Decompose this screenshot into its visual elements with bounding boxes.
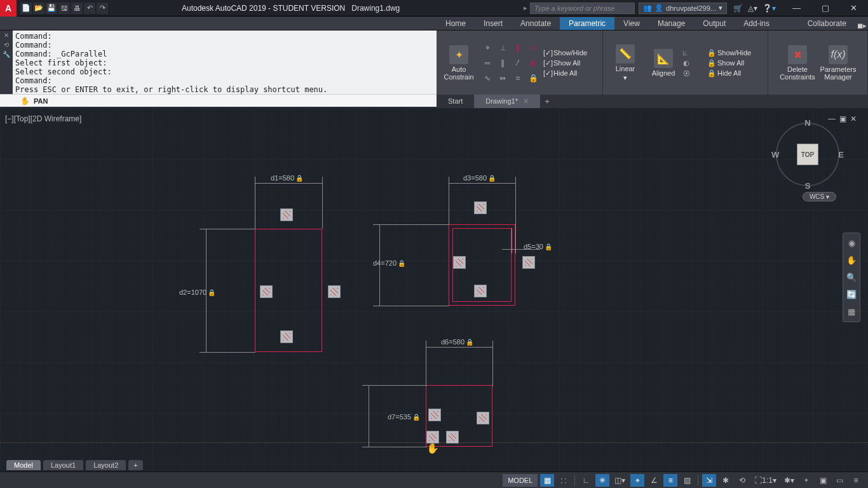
doc-tab-start[interactable]: Start (437, 95, 474, 108)
close-button[interactable]: ✕ (839, 0, 868, 17)
close-icon[interactable]: ✕ (523, 97, 529, 105)
qat-redo-icon[interactable]: ↷ (97, 3, 108, 14)
equal-icon[interactable]: = (512, 72, 524, 85)
viewcube-e[interactable]: E (838, 150, 844, 159)
geom-showhide-button[interactable]: [✓]Show/Hide (543, 49, 587, 57)
cmd-recent-icon[interactable]: ⟲ (4, 41, 9, 48)
viewcube-s[interactable]: S (805, 181, 811, 191)
customize-icon[interactable]: ≡ (849, 474, 863, 487)
fix-icon[interactable]: 🔒 (527, 72, 539, 85)
drawing-viewport[interactable]: [−][Top][2D Wireframe] — ▣ ✕ N S E W TOP… (0, 108, 868, 471)
isolate-objects-icon[interactable]: ▣ (816, 474, 830, 487)
model-tab[interactable]: Model (6, 460, 41, 470)
cmd-settings-icon[interactable]: 🔧 (3, 51, 10, 58)
constraint-marker[interactable] (474, 285, 487, 297)
dim-diameter-icon[interactable]: ⦿ (683, 70, 703, 78)
dim-d7-label[interactable]: d7=535🔒 (388, 413, 420, 421)
tab-parametric[interactable]: Parametric (560, 17, 614, 30)
constraint-marker[interactable] (280, 330, 293, 343)
annotation-monitor-icon[interactable]: + (799, 474, 813, 487)
tab-output[interactable]: Output (694, 17, 735, 30)
nav-pan-icon[interactable]: ✋ (846, 255, 857, 265)
doc-tab-drawing1[interactable]: Drawing1*✕ (474, 95, 540, 108)
selection-cycling-icon[interactable]: ⇲ (702, 474, 716, 487)
constraint-marker[interactable] (522, 256, 535, 269)
constraint-marker[interactable] (477, 412, 489, 424)
constraint-marker[interactable] (426, 431, 439, 444)
otrack-icon[interactable]: ∠ (647, 474, 661, 487)
ortho-toggle-icon[interactable]: ∟ (579, 474, 593, 487)
constraint-marker[interactable] (446, 431, 459, 444)
tab-addins[interactable]: Add-ins (735, 17, 778, 30)
qat-plot-icon[interactable]: 🖶 (71, 3, 83, 14)
geom-hideall-button[interactable]: [✓]Hide All (543, 69, 587, 77)
tab-insert[interactable]: Insert (475, 17, 512, 30)
viewport-label[interactable]: [−][Top][2D Wireframe] (5, 114, 81, 123)
parallel-icon[interactable]: ∥ (512, 41, 524, 54)
tab-view[interactable]: View (614, 17, 649, 30)
dim-d5-label[interactable]: d5=30🔒 (524, 243, 552, 250)
geom-showall-button[interactable]: [✓]Show All (543, 59, 587, 67)
clean-screen-icon[interactable]: ▭ (832, 474, 846, 487)
autoscale-icon[interactable]: ⟲ (735, 474, 749, 487)
command-input[interactable]: ✋ PAN (0, 94, 437, 107)
vp-close-icon[interactable]: ✕ (850, 114, 857, 123)
lineweight-icon[interactable]: ≡ (663, 474, 677, 487)
linear-button[interactable]: 📏 Linear▾ (607, 39, 644, 87)
polar-toggle-icon[interactable]: ✳ (595, 474, 609, 487)
annotation-visibility-icon[interactable]: ✱ (719, 474, 733, 487)
viewcube[interactable]: N S E W TOP (773, 119, 843, 189)
smooth-icon[interactable]: ∿ (481, 72, 494, 85)
nav-showmotion-icon[interactable]: ▦ (848, 307, 855, 316)
dim-d2-label[interactable]: d2=1070🔒 (179, 288, 215, 296)
viewcube-w[interactable]: W (771, 150, 779, 159)
symmetric-icon[interactable]: ⇔ (496, 72, 509, 85)
dim-d6-label[interactable]: d6=580🔒 (441, 338, 473, 346)
maximize-button[interactable]: ▢ (811, 0, 839, 17)
tab-manage[interactable]: Manage (649, 17, 694, 30)
constraint-marker[interactable] (260, 285, 273, 298)
annotation-scale[interactable]: ⛶ 1:1 ▾ (752, 474, 779, 487)
dim-angular-icon[interactable]: ⟀ (683, 49, 703, 57)
constraint-marker[interactable] (280, 208, 293, 221)
workspace-switch-icon[interactable]: ✱▾ (782, 474, 797, 487)
tab-annotate[interactable]: Annotate (512, 17, 560, 30)
constraint-marker[interactable] (328, 285, 341, 298)
search-input[interactable]: Type a keyword or phrase (530, 3, 635, 14)
nav-orbit-icon[interactable]: 🔄 (846, 290, 857, 299)
doc-tab-add[interactable]: + (540, 97, 554, 106)
dim-d1-label[interactable]: d1=580🔒 (271, 174, 303, 182)
constraint-marker[interactable] (474, 201, 487, 214)
minimize-button[interactable]: — (782, 0, 811, 17)
collinear-icon[interactable]: ∕ (512, 57, 524, 69)
layout1-tab[interactable]: Layout1 (43, 460, 83, 470)
snap-toggle-icon[interactable]: ⸬ (557, 474, 571, 487)
help-icon[interactable]: ❔▾ (763, 4, 776, 13)
delete-constraints-button[interactable]: ✖ Delete Constraints (779, 39, 816, 87)
auto-constrain-button[interactable]: ✦ Auto Constrain (440, 39, 477, 87)
vertical-icon[interactable]: ‖ (496, 57, 509, 69)
parameters-manager-button[interactable]: f(x) Parameters Manager (820, 39, 857, 87)
qat-new-icon[interactable]: 📄 (20, 3, 32, 14)
cart-icon[interactable]: 🛒 (733, 4, 743, 13)
qat-save-icon[interactable]: 💾 (46, 3, 57, 14)
isodraft-icon[interactable]: ◫▾ (612, 474, 628, 487)
tab-collaborate[interactable]: Collaborate (799, 17, 855, 30)
tangent-icon[interactable]: ○ (527, 41, 539, 54)
tab-home[interactable]: Home (437, 17, 475, 30)
layout2-tab[interactable]: Layout2 (86, 460, 126, 470)
osnap-toggle-icon[interactable]: ⌖ (630, 474, 644, 487)
transparency-icon[interactable]: ▧ (680, 474, 694, 487)
app-logo[interactable]: A (0, 0, 17, 17)
qat-open-icon[interactable]: 📂 (33, 3, 44, 14)
horizontal-icon[interactable]: ═ (481, 57, 494, 69)
dim-d3-label[interactable]: d3=580🔒 (463, 174, 496, 182)
cmd-close-icon[interactable]: ✕ (4, 32, 9, 39)
wcs-selector[interactable]: WCS ▾ (803, 192, 836, 201)
dim-showhide-button[interactable]: 🔒Show/Hide (707, 49, 751, 57)
qat-saveas-icon[interactable]: 🖫 (58, 3, 70, 14)
dim-d4-label[interactable]: d4=720🔒 (373, 259, 405, 267)
layout-add-tab[interactable]: + (128, 460, 142, 470)
grid-toggle-icon[interactable]: ▦ (540, 474, 554, 487)
user-menu[interactable]: 👥 👤 dhruvpatel299... ▾ (639, 3, 727, 14)
